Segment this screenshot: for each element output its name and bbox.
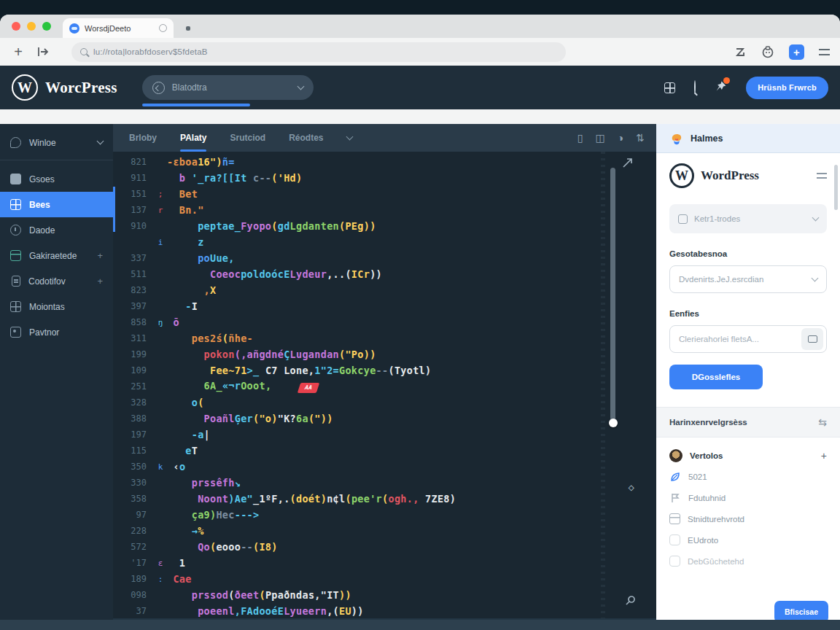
code-line[interactable]: 337 poUue, xyxy=(113,250,656,266)
code-line[interactable]: 137r Bn." xyxy=(113,202,656,218)
code-line[interactable]: 572 Qo(eooo--(I8) xyxy=(113,539,656,555)
editor-scrollbar-handle[interactable] xyxy=(609,419,618,427)
sidebar-nav: GsoesBeesDaodeGakiraetede+Codotifov+Moio… xyxy=(0,166,113,345)
add-icon[interactable]: + xyxy=(821,450,827,462)
browser-tab[interactable]: WorsdjDeeto xyxy=(63,18,174,38)
code-line[interactable]: 311 pes2ś(ñhe- xyxy=(113,330,656,346)
pinned-tab[interactable] xyxy=(174,18,203,38)
editor-tab-palaty[interactable]: PAlaty xyxy=(180,124,206,152)
site-select[interactable]: Ketr1-trodes xyxy=(669,204,827,233)
field-input[interactable] xyxy=(679,335,797,343)
editor-tab-srutciod[interactable]: Srutciod xyxy=(230,124,265,152)
editor-scrollbar[interactable] xyxy=(610,168,615,423)
code-line[interactable]: 350k ‹o xyxy=(113,459,656,475)
code-line[interactable]: 858ŋ ō xyxy=(113,314,656,330)
checkbox[interactable] xyxy=(669,556,680,567)
location-marker-icon[interactable]: ◇ xyxy=(629,481,634,493)
download-button[interactable]: DGosslefles xyxy=(669,365,763,389)
panel-list-item-vertolos[interactable]: Vertolos+ xyxy=(669,445,827,466)
sync-icon[interactable]: ⇆ xyxy=(818,416,827,428)
code-line[interactable]: 37 poeenl,FAdooéELyueern,(EU)) xyxy=(113,603,656,618)
panel-list-item-stnidturehvrotd[interactable]: Stnidturehvrotd xyxy=(669,508,827,529)
inspect-icon[interactable] xyxy=(625,595,636,606)
tab-circle-icon[interactable] xyxy=(159,24,167,32)
panel-header: Halmes xyxy=(656,124,840,153)
sidebar-item-gsoes[interactable]: Gsoes xyxy=(0,166,113,192)
code-text: eT xyxy=(167,445,198,456)
profile-badge-button[interactable]: + xyxy=(789,44,804,60)
code-line[interactable]: 823 ,X xyxy=(113,282,656,298)
browser-menu-icon[interactable] xyxy=(819,49,830,55)
window-icon xyxy=(669,513,680,524)
code-line[interactable]: 397 -I xyxy=(113,298,656,314)
code-line[interactable]: 115 eT xyxy=(113,443,656,459)
bookmark-icon[interactable]: ▯ xyxy=(578,132,583,144)
panel-list-item-fdutuhnid[interactable]: Fdutuhnid xyxy=(669,487,827,508)
code-area[interactable]: 821-εboa16")ñ=911 b '_ra?[[It c--('Hd)15… xyxy=(113,152,656,618)
apps-grid-icon[interactable] xyxy=(664,82,675,93)
code-line[interactable]: 910 peptae_Fyopo(gdLgdanten(PEg)) xyxy=(113,218,656,234)
panel-list-item-5021[interactable]: 5021 xyxy=(669,466,827,487)
cursor-jump-icon[interactable] xyxy=(622,158,633,168)
wp-search-button[interactable] xyxy=(694,81,696,94)
code-line[interactable]: 328 o( xyxy=(113,394,656,411)
sidebar-item-codotifov[interactable]: Codotifov+ xyxy=(0,268,113,294)
code-line[interactable]: 330 prssêfh↘ xyxy=(113,475,656,491)
new-tab-button[interactable]: + xyxy=(10,44,26,60)
code-line[interactable]: 228 →% xyxy=(113,523,656,539)
code-line[interactable]: 251 6A_«¬rOoot,AA xyxy=(113,378,656,394)
code-line[interactable]: 821-εboa16")ñ= xyxy=(113,154,656,170)
code-line[interactable]: 151; Bet xyxy=(113,186,656,202)
sidebar-item-daode[interactable]: Daode xyxy=(0,217,113,243)
notifications-pin-button[interactable] xyxy=(715,80,727,96)
code-line[interactable]: 911 b '_ra?[[It c--('Hd) xyxy=(113,170,656,186)
chat-icon xyxy=(10,137,21,148)
description-select[interactable]: Dvdenirts.JeJ.esrcdian xyxy=(669,265,827,293)
line-number: 37 xyxy=(113,606,154,616)
editor-tab-brloby[interactable]: Brloby xyxy=(129,124,157,152)
close-window-button[interactable] xyxy=(12,22,20,31)
panel-list-item-eudroto[interactable]: EUdroto xyxy=(669,529,827,551)
split-panel-icon[interactable]: ◫ xyxy=(596,132,605,144)
checkbox[interactable] xyxy=(669,534,680,545)
code-line[interactable]: '17ε 1 xyxy=(113,555,656,571)
sidebar-item-gakiraetede[interactable]: Gakiraetede+ xyxy=(0,243,113,268)
toolbar-actions: + xyxy=(734,44,830,60)
code-line[interactable]: 97 ça9)Hec---> xyxy=(113,507,656,523)
editor-tab-réodtes[interactable]: Réodtes xyxy=(289,124,323,152)
code-line[interactable]: 098 prssod(ðeet(Ppaðndas,"IT)) xyxy=(113,587,656,603)
maximize-window-button[interactable] xyxy=(42,22,51,31)
sidebar-item-label: Codotifov xyxy=(28,276,66,287)
code-line[interactable]: 197 -a| xyxy=(113,427,656,443)
code-line[interactable]: i z xyxy=(113,234,656,250)
filter-icon[interactable]: ⇅ xyxy=(636,132,643,144)
sidebar-item-pavtnor[interactable]: Pavtnor xyxy=(0,319,113,345)
code-line[interactable]: 358 Noont)Ae"_1ºF,.(doét)n¢l(pee'r(ogh.,… xyxy=(113,491,656,507)
code-line[interactable]: 189: Cae xyxy=(113,571,656,587)
code-line[interactable]: 511 CoeocpoldoócELydeur,..(ICr)) xyxy=(113,266,656,282)
code-line[interactable]: 388 PoañlĢer("o)"K?6a(")) xyxy=(113,411,656,427)
contrast-icon[interactable]: ◑ xyxy=(618,132,623,144)
panel-list-item-debgûchetehd[interactable]: DebGûchetehd xyxy=(669,551,827,572)
tabs-chevron-down-icon[interactable] xyxy=(346,133,353,141)
panel-scrollbar[interactable] xyxy=(834,165,838,210)
sidebar-item-winloe[interactable]: Winloe xyxy=(0,130,113,155)
upgrade-button[interactable]: Hrüsnb Frwrcb xyxy=(746,77,828,99)
code-line[interactable]: 199 pokon(,añgdnéÇLugandan("Po)) xyxy=(113,346,656,362)
site-switcher-dropdown[interactable]: Blatodtra xyxy=(142,75,314,100)
sidebar-item-bees[interactable]: Bees xyxy=(0,192,113,217)
expand-plus-icon[interactable]: + xyxy=(97,250,103,261)
sidebar-item-moiontas[interactable]: Moiontas xyxy=(0,294,113,319)
attach-button[interactable] xyxy=(801,328,823,350)
expand-plus-icon[interactable]: + xyxy=(97,276,103,287)
panel-list: Vertolos+5021FdutuhnidStnidturehvrotdEUd… xyxy=(669,438,827,579)
code-text: z xyxy=(167,236,204,248)
panel-menu-icon[interactable] xyxy=(817,173,827,179)
minimize-window-button[interactable] xyxy=(27,22,36,31)
forward-icon[interactable] xyxy=(36,46,50,58)
url-bar[interactable]: lu://rota|lorabfdoserv$5fdetaB xyxy=(71,42,566,62)
extensions-icon[interactable] xyxy=(761,46,774,58)
active-line-indicator xyxy=(113,187,115,232)
code-line[interactable]: 109 Fee~71>_ C7 Lone,1"2=Gokcye--(Tyotl) xyxy=(113,362,656,378)
share-icon[interactable] xyxy=(734,46,747,58)
